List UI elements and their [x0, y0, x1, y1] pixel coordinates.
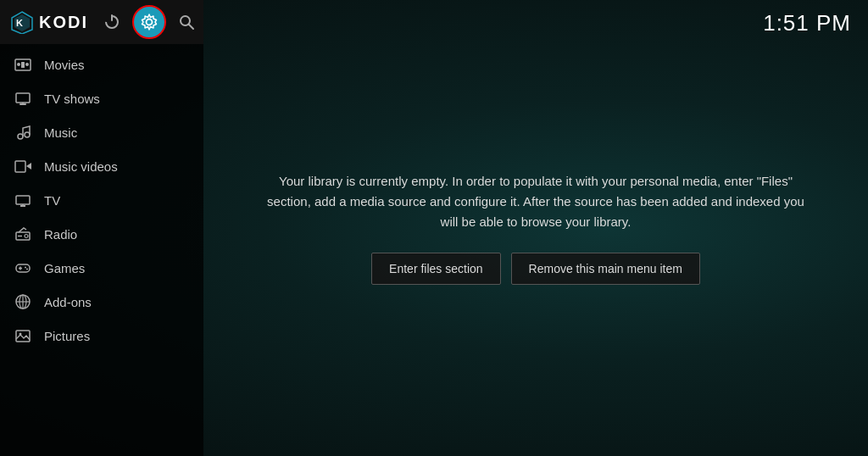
music-label: Music — [44, 125, 77, 140]
pictures-icon — [14, 326, 32, 345]
header-bar: K KODI — [0, 0, 203, 44]
music-videos-icon — [14, 157, 32, 175]
svg-rect-12 — [16, 93, 30, 103]
music-videos-label: Music videos — [44, 159, 118, 174]
tvshows-label: TV shows — [44, 92, 100, 106]
sidebar-item-tvshows[interactable]: TV shows — [0, 81, 203, 115]
radio-label: Radio — [44, 227, 77, 242]
music-icon — [14, 123, 32, 142]
radio-icon — [14, 225, 32, 243]
sidebar-item-music[interactable]: Music — [0, 115, 203, 149]
svg-rect-19 — [16, 196, 30, 204]
enter-files-button[interactable]: Enter files section — [371, 253, 501, 285]
header-icons — [98, 5, 200, 39]
svg-rect-34 — [16, 331, 30, 342]
svg-rect-11 — [21, 62, 25, 68]
sidebar-item-tv[interactable]: TV — [0, 183, 203, 217]
tv-label: TV — [44, 193, 60, 208]
gear-icon — [140, 13, 159, 31]
sidebar-item-movies[interactable]: Movies — [0, 47, 203, 81]
app-name: KODI — [39, 13, 88, 32]
power-button[interactable] — [98, 8, 125, 36]
games-icon — [14, 259, 32, 277]
sidebar-item-radio[interactable]: Radio — [0, 217, 203, 251]
settings-button[interactable] — [132, 5, 166, 39]
sidebar-item-addons[interactable]: Add-ons — [0, 285, 203, 319]
remove-menu-item-button[interactable]: Remove this main menu item — [511, 253, 700, 285]
svg-line-7 — [189, 25, 194, 30]
movies-icon — [14, 55, 32, 74]
svg-point-16 — [25, 132, 30, 137]
sidebar: K KODI — [0, 0, 203, 456]
search-button[interactable] — [173, 8, 200, 36]
menu-items: Movies TV shows Music Music videos TV — [0, 44, 203, 456]
kodi-logo: K KODI — [10, 10, 88, 34]
tv-live-icon — [14, 191, 32, 209]
tvshows-icon — [14, 89, 32, 108]
movies-label: Movies — [44, 58, 85, 72]
power-icon — [103, 14, 120, 31]
action-buttons: Enter files section Remove this main men… — [264, 253, 807, 285]
svg-point-23 — [25, 235, 28, 238]
svg-rect-25 — [16, 264, 30, 272]
svg-marker-18 — [26, 163, 31, 170]
svg-rect-17 — [15, 161, 25, 172]
empty-library-box: Your library is currently empty. In orde… — [248, 154, 824, 302]
svg-point-10 — [25, 63, 29, 66]
games-label: Games — [44, 261, 85, 275]
addons-icon — [14, 292, 32, 311]
svg-text:K: K — [16, 18, 23, 28]
svg-point-28 — [25, 267, 26, 269]
sidebar-item-music-videos[interactable]: Music videos — [0, 149, 203, 183]
sidebar-item-games[interactable]: Games — [0, 251, 203, 285]
empty-library-text: Your library is currently empty. In orde… — [264, 171, 807, 232]
svg-point-9 — [17, 63, 20, 66]
svg-point-15 — [18, 134, 23, 139]
svg-point-5 — [147, 19, 153, 25]
main-content: Your library is currently empty. In orde… — [203, 0, 868, 456]
svg-point-29 — [26, 269, 28, 270]
search-icon — [178, 14, 195, 31]
kodi-logo-icon: K — [10, 10, 34, 34]
pictures-label: Pictures — [44, 329, 90, 343]
sidebar-item-pictures[interactable]: Pictures — [0, 319, 203, 353]
addons-label: Add-ons — [44, 295, 92, 309]
clock: 1:51 PM — [763, 10, 851, 36]
